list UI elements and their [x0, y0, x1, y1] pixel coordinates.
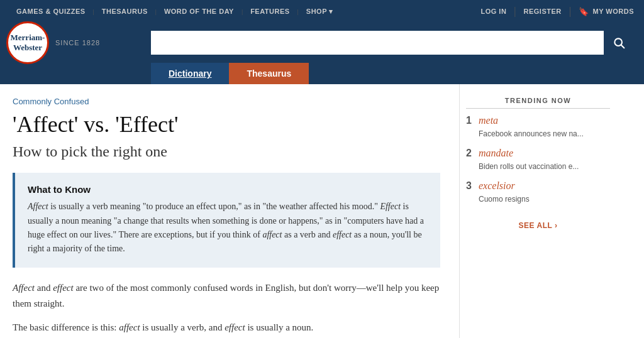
trend-word-2[interactable]: mandate [479, 148, 610, 159]
tab-dictionary[interactable]: Dictionary [151, 63, 229, 84]
see-all: SEE ALL › [466, 213, 610, 231]
search-area [151, 31, 634, 55]
affect-link[interactable]: Affect [13, 283, 35, 293]
svg-line-1 [621, 45, 625, 48]
wtk-effect2: effect [333, 230, 352, 239]
trend-word-1[interactable]: meta [479, 115, 610, 126]
wtk-affect2: affect [262, 230, 282, 239]
search-input[interactable] [151, 31, 604, 55]
trend-desc-3: Cuomo resigns [479, 195, 530, 204]
nav-shop[interactable]: SHOP ▾ [300, 8, 340, 16]
top-nav-left: GAMES & QUIZZES | THESAURUS | WORD OF TH… [10, 8, 340, 16]
nav-sep-2: | [155, 8, 157, 15]
header: Merriam- Webster SINCE 1828 [0, 23, 644, 63]
trending-item-3: 3 excelsior Cuomo resigns [466, 180, 610, 204]
article-para-1: Affect and effect are two of the most co… [13, 280, 440, 312]
trend-content-3: excelsior Cuomo resigns [479, 180, 610, 204]
search-icon [613, 36, 625, 49]
trending-item-2: 2 mandate Biden rolls out vaccination e.… [466, 148, 610, 172]
see-all-link[interactable]: SEE ALL › [519, 221, 558, 230]
effect-link[interactable]: effect [53, 283, 73, 293]
since-text: SINCE 1828 [55, 39, 100, 46]
nav-games-quizzes[interactable]: GAMES & QUIZZES [10, 8, 92, 15]
article-para-2: The basic difference is this: affect is … [13, 320, 440, 335]
nav-sep-1: | [93, 8, 94, 15]
top-nav-right: LOG IN | REGISTER | 🔖 MY WORDS [473, 6, 634, 17]
nav-word-of-the-day[interactable]: WORD OF THE DAY [158, 8, 240, 15]
logo-merriam: Merriam- [11, 33, 45, 43]
trend-desc-2: Biden rolls out vaccination e... [479, 162, 579, 171]
wtk-affect: Affect [28, 202, 48, 211]
my-words-label: MY WORDS [592, 8, 634, 15]
trend-desc-1: Facebook announces new na... [479, 129, 584, 138]
trend-content-2: mandate Biden rolls out vaccination e... [479, 148, 610, 172]
content-area: Commonly Confused 'Affect' vs. 'Effect' … [0, 84, 459, 338]
trending-item-1: 1 meta Facebook announces new na... [466, 115, 610, 139]
wtk-body: Affect is usually a verb meaning "to pro… [28, 200, 428, 256]
nav-features[interactable]: FEATURES [244, 8, 296, 15]
trend-word-3[interactable]: excelsior [479, 180, 610, 192]
bookmark-icon: 🔖 [579, 7, 589, 16]
top-nav: GAMES & QUIZZES | THESAURUS | WORD OF TH… [0, 0, 644, 23]
nav-sep-3: | [242, 8, 243, 15]
wtk-title: What to Know [28, 184, 428, 195]
trend-num-1: 1 [466, 115, 479, 126]
trend-content-1: meta Facebook announces new na... [479, 115, 610, 139]
login-link[interactable]: LOG IN [473, 8, 514, 15]
article-subtitle: How to pick the right one [13, 143, 440, 160]
register-link[interactable]: REGISTER [516, 8, 569, 15]
main-wrapper: Commonly Confused 'Affect' vs. 'Effect' … [0, 84, 644, 338]
trending-title: TRENDING NOW [466, 97, 610, 109]
tabs-bar: Dictionary Thesaurus [0, 63, 644, 84]
logo-area: Merriam- Webster SINCE 1828 [0, 21, 151, 64]
nav-thesaurus[interactable]: THESAURUS [96, 8, 154, 15]
article-title: 'Affect' vs. 'Effect' [13, 111, 440, 138]
wtk-effect: Effect [380, 202, 401, 211]
tab-thesaurus[interactable]: Thesaurus [229, 63, 309, 84]
sidebar: TRENDING NOW 1 meta Facebook announces n… [459, 84, 623, 338]
logo-text: Merriam- Webster [11, 33, 45, 52]
logo-webster: Webster [11, 43, 45, 53]
logo-circle[interactable]: Merriam- Webster [6, 21, 49, 64]
category-label: Commonly Confused [13, 97, 440, 106]
trend-num-3: 3 [466, 180, 479, 192]
search-button[interactable] [604, 31, 634, 55]
what-to-know-box: What to Know Affect is usually a verb me… [13, 173, 440, 268]
my-words-button[interactable]: 🔖 MY WORDS [571, 7, 634, 16]
nav-sep-4: | [297, 8, 299, 15]
trend-num-2: 2 [466, 148, 479, 159]
